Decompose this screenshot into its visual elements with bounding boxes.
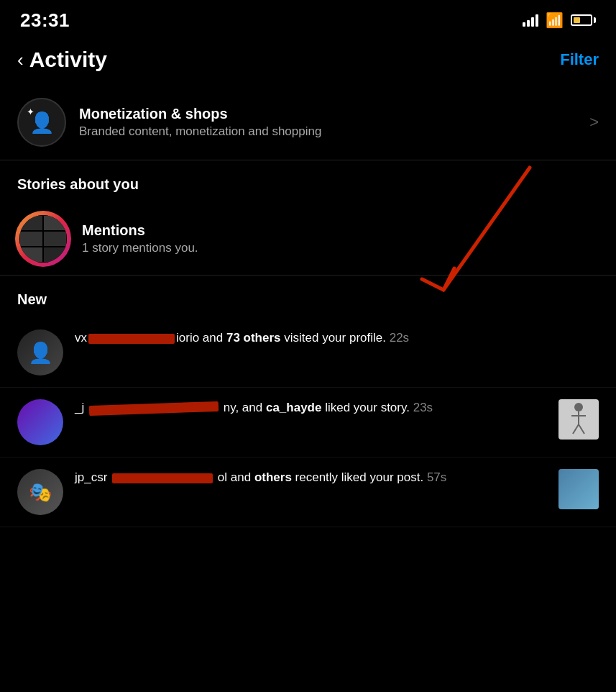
stories-section-header: Stories about you	[0, 160, 616, 203]
mentions-avatar-wrap	[17, 213, 69, 265]
svg-point-1	[574, 403, 583, 411]
activity-bold-1: 73 others	[226, 331, 281, 345]
username-partial-2: _j	[75, 401, 84, 414]
activity-suffix-1: iorio and	[176, 331, 226, 345]
battery-icon	[571, 14, 596, 26]
new-section-header: New	[0, 276, 616, 318]
activity-time-2: 23s	[410, 401, 433, 414]
monetization-row[interactable]: 👤 ✦ Monetization & shops Branded content…	[0, 85, 616, 160]
activity-bold-3: others	[254, 470, 292, 484]
activity-time-1: 22s	[386, 331, 409, 345]
activity-end-2: liked your story.	[321, 401, 410, 414]
activity-thumb-2	[558, 399, 599, 440]
monetization-title: Monetization & shops	[79, 106, 576, 122]
activity-text-1: vxiorio and 73 others visited your profi…	[75, 329, 599, 347]
star-icon: ✦	[27, 106, 35, 117]
activity-suffix-3: ol and	[218, 470, 254, 484]
monetization-subtitle: Branded content, monetization and shoppi…	[79, 124, 576, 139]
redacted-3	[112, 473, 213, 483]
activity-end-1: visited your profile.	[281, 331, 386, 345]
activity-end-3: recently liked your post.	[292, 470, 423, 484]
activity-time-3: 57s	[423, 470, 446, 484]
filter-button[interactable]: Filter	[560, 50, 599, 69]
activity-text-2: _j ny, and ca_hayde liked your story. 23…	[75, 399, 547, 416]
status-icons: 📶	[523, 12, 596, 29]
activity-bold-2: ca_hayde	[266, 401, 322, 414]
mentions-row[interactable]: Mentions 1 story mentions you.	[0, 203, 616, 276]
redacted-2	[89, 401, 219, 415]
header: ‹ Activity Filter	[0, 37, 616, 85]
monetization-text: Monetization & shops Branded content, mo…	[79, 106, 576, 139]
activity-suffix-2: ny, and	[224, 401, 266, 414]
activity-item-3[interactable]: 🎭 jp_csr ol and others recently liked yo…	[0, 457, 616, 527]
activity-avatar-1: 👤	[17, 329, 63, 375]
activity-text-3: jp_csr ol and others recently liked your…	[75, 469, 547, 486]
back-button[interactable]: ‹	[17, 49, 24, 71]
chevron-right-icon: >	[589, 113, 599, 132]
mentions-title: Mentions	[82, 222, 599, 239]
svg-line-4	[573, 424, 579, 434]
status-time: 23:31	[20, 9, 70, 32]
activity-avatar-3: 🎭	[17, 469, 63, 515]
activity-thumb-3	[558, 469, 599, 509]
mentions-subtitle: 1 story mentions you.	[82, 241, 599, 255]
activity-avatar-2	[17, 399, 63, 445]
activity-item-2[interactable]: _j ny, and ca_hayde liked your story. 23…	[0, 388, 616, 457]
mentions-avatar-inner	[19, 215, 67, 263]
activity-item[interactable]: 👤 vxiorio and 73 others visited your pro…	[0, 318, 616, 388]
username-partial: vx	[75, 331, 87, 345]
signal-icon	[523, 14, 538, 27]
username-partial-3: jp_csr	[75, 470, 107, 484]
wifi-icon: 📶	[546, 12, 564, 29]
monetization-icon: 👤 ✦	[17, 98, 66, 147]
page-title: Activity	[29, 47, 107, 72]
status-bar: 23:31 📶	[0, 0, 616, 37]
redacted-1	[88, 334, 175, 344]
svg-line-5	[579, 424, 584, 434]
mentions-text: Mentions 1 story mentions you.	[82, 222, 599, 255]
